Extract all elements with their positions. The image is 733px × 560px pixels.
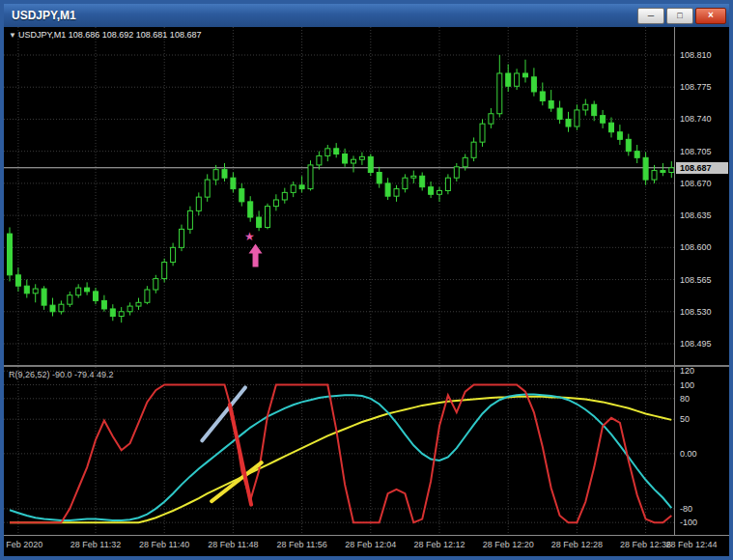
- main-chart-canvas[interactable]: ★ ▼USDJPY,M1 108.686 108.692 108.681 108…: [4, 27, 674, 365]
- trendline-yellow[interactable]: [211, 462, 262, 501]
- maximize-icon: □: [677, 12, 682, 20]
- chart-body: ★ ▼USDJPY,M1 108.686 108.692 108.681 108…: [4, 27, 729, 556]
- oscillator-chart: [4, 367, 674, 535]
- window-title: USDJPY,M1: [12, 9, 637, 22]
- price-axis-label: 108.565: [680, 275, 712, 285]
- time-axis-label: 28 Feb 11:40: [126, 540, 203, 549]
- price-axis-label: 108.495: [680, 339, 712, 349]
- price-axis-label: 108.635: [680, 210, 712, 220]
- time-axis-label: 28 Feb 11:56: [264, 540, 341, 549]
- maximize-button[interactable]: □: [666, 8, 693, 24]
- chart-annotations: ★: [244, 230, 263, 267]
- price-axis-label: 108.705: [680, 147, 712, 156]
- indicator-axis-label: 80: [680, 394, 690, 404]
- price-axis-label: 108.775: [680, 82, 712, 92]
- star-marker-icon: ★: [244, 230, 255, 243]
- indicator-axis-label: -80: [680, 504, 692, 514]
- indicator-axis-label: -100: [680, 518, 697, 527]
- symbol-ohlc-header: ▼USDJPY,M1 108.686 108.692 108.681 108.6…: [9, 30, 201, 40]
- close-button[interactable]: ×: [695, 8, 726, 24]
- indicator-axis-label: 50: [680, 414, 690, 424]
- window-titlebar[interactable]: USDJPY,M1 ─ □ ×: [4, 4, 729, 27]
- price-axis: 108.810108.775108.740108.705108.670108.6…: [674, 27, 729, 365]
- time-axis-label: 28 Feb 11:32: [57, 540, 134, 549]
- time-axis-label: 28 Feb 12:04: [332, 540, 409, 549]
- indicator-axis-label: 120: [680, 367, 694, 376]
- time-axis-label: 28 Feb 12:44: [653, 540, 729, 549]
- time-axis: 28 Feb 202028 Feb 11:3228 Feb 11:4028 Fe…: [4, 535, 729, 556]
- price-axis-label: 108.670: [680, 179, 712, 188]
- indicator-axis: 12010080500.00-80-100: [674, 367, 729, 535]
- time-axis-label: 28 Feb 2020: [4, 540, 57, 549]
- minimize-button[interactable]: ─: [637, 8, 664, 24]
- indicator-axis-label: 0.00: [680, 449, 697, 459]
- indicator-canvas[interactable]: R(9,26,52) -90.0 -79.4 49.2: [4, 367, 674, 535]
- price-axis-label: 108.740: [680, 114, 712, 124]
- tick-down-icon: ▼: [9, 31, 16, 40]
- price-axis-label: 108.600: [680, 242, 712, 252]
- current-price-badge: 108.687: [676, 162, 728, 174]
- main-chart-row: ★ ▼USDJPY,M1 108.686 108.692 108.681 108…: [4, 27, 729, 365]
- time-axis-label: 28 Feb 12:12: [401, 540, 478, 549]
- indicator-header: R(9,26,52) -90.0 -79.4 49.2: [9, 370, 114, 379]
- time-axis-label: 28 Feb 11:48: [194, 540, 271, 549]
- chart-window: USDJPY,M1 ─ □ × ★ ▼USDJPY,M1 108.686 108…: [0, 0, 733, 560]
- trendline-blue[interactable]: [202, 387, 245, 440]
- candles: [8, 55, 674, 322]
- candlestick-chart: ★: [4, 27, 674, 365]
- time-axis-label: 28 Feb 12:20: [469, 540, 547, 549]
- price-axis-label: 108.810: [680, 50, 712, 60]
- close-icon: ×: [708, 11, 714, 20]
- price-axis-label: 108.530: [680, 307, 712, 317]
- indicator-axis-label: 100: [680, 380, 694, 390]
- time-axis-label: 28 Feb 12:28: [538, 540, 615, 549]
- indicator-row: R(9,26,52) -90.0 -79.4 49.2 12010080500.…: [4, 365, 729, 535]
- ohlc-text: USDJPY,M1 108.686 108.692 108.681 108.68…: [18, 30, 201, 40]
- main-grid: [4, 27, 674, 365]
- window-controls: ─ □ ×: [637, 8, 726, 24]
- minimize-icon: ─: [648, 12, 654, 20]
